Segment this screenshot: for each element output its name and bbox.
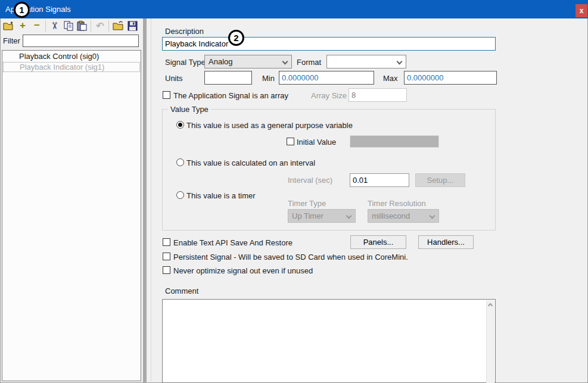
persistent-checkbox-label: Persistent Signal - Will be saved to SD … [173, 253, 408, 261]
save-button[interactable] [126, 20, 138, 32]
interval-input[interactable] [350, 173, 409, 187]
never-optimize-checkbox-label: Never optimize signal out even if unused [173, 266, 313, 275]
copy-icon [64, 21, 74, 31]
scroll-up-icon [488, 303, 493, 308]
radio-timer-label: This value is a timer [186, 191, 256, 200]
new-signal-icon [3, 21, 14, 31]
text-api-checkbox-label: Enable Text API Save And Restore [173, 238, 293, 247]
array-checkbox[interactable] [163, 91, 170, 99]
never-optimize-checkbox[interactable] [163, 266, 170, 274]
close-button[interactable]: x [575, 4, 587, 17]
add-signal-button[interactable]: + [17, 20, 29, 32]
units-input[interactable] [204, 71, 252, 85]
paste-icon [77, 21, 88, 31]
panels-button[interactable]: Panels... [350, 235, 406, 249]
timer-type-dropdown[interactable]: Up Timer [288, 209, 356, 223]
filter-label: Filter [3, 36, 20, 45]
initial-value-label: Initial Value [297, 138, 336, 147]
description-input[interactable] [162, 37, 496, 51]
format-dropdown[interactable] [326, 55, 406, 68]
cut-button[interactable]: ✂ [49, 20, 61, 32]
list-item-playback-control[interactable]: Playback Control (sig0) [3, 51, 140, 61]
max-input[interactable] [404, 71, 497, 85]
timer-resolution-dropdown[interactable]: millisecond [368, 209, 439, 223]
undo-button[interactable]: ↶ [94, 20, 106, 32]
value-type-group-label: Value Type [168, 105, 211, 114]
signal-type-label: Signal Type [165, 58, 206, 67]
signal-type-dropdown[interactable]: Analog [204, 55, 292, 68]
text-api-checkbox[interactable] [163, 238, 170, 246]
annotation-marker-1: 1 [14, 2, 30, 18]
toolbar-separator [45, 20, 46, 32]
copy-button[interactable] [63, 20, 74, 32]
filter-input[interactable] [23, 35, 139, 47]
comment-scrollbar[interactable] [486, 300, 494, 383]
setup-button[interactable]: Setup... [415, 173, 465, 187]
min-input[interactable] [279, 71, 374, 85]
list-item-playback-indicator[interactable]: Playback Indicator (sig1) [3, 62, 140, 72]
interval-label: Interval (sec) [288, 176, 332, 185]
paste-button[interactable] [76, 20, 88, 32]
remove-signal-button[interactable]: − [31, 20, 43, 32]
signal-type-value: Analog [209, 57, 232, 66]
chevron-down-icon [430, 213, 435, 219]
radio-general-purpose-label: This value is used as a general purpose … [186, 121, 353, 130]
annotation-marker-2: 2 [228, 30, 244, 46]
pane-splitter[interactable] [143, 18, 147, 383]
max-label: Max [383, 74, 398, 83]
persistent-checkbox[interactable] [163, 253, 170, 260]
signal-list[interactable]: Playback Control (sig0) Playback Indicat… [2, 50, 141, 381]
open-icon [113, 21, 124, 31]
initial-value-checkbox[interactable] [287, 138, 294, 145]
timer-resolution-value: millisecond [372, 211, 410, 220]
radio-timer[interactable] [176, 191, 184, 199]
units-label: Units [165, 74, 183, 83]
min-label: Min [262, 74, 275, 83]
comment-label: Comment [165, 287, 198, 295]
toolbar: + − ✂ [0, 18, 588, 34]
array-size-input[interactable] [349, 88, 407, 102]
toolbar-separator [108, 20, 109, 32]
radio-general-purpose[interactable] [176, 121, 184, 129]
remove-icon: − [34, 20, 40, 31]
chevron-down-icon [397, 59, 403, 65]
timer-type-label: Timer Type [288, 199, 326, 208]
pane-splitter-line [151, 18, 151, 383]
handlers-button[interactable]: Handlers... [418, 235, 474, 249]
add-icon: + [20, 20, 26, 31]
save-icon [127, 21, 138, 31]
initial-value-field [350, 135, 439, 148]
title-bar: Application Signals x [0, 0, 588, 18]
description-label: Description [165, 27, 204, 36]
timer-type-value: Up Timer [292, 211, 323, 220]
undo-icon: ↶ [96, 20, 104, 32]
comment-textarea[interactable] [162, 299, 496, 383]
array-size-label: Array Size [311, 91, 347, 100]
radio-calculated-interval-label: This value is calculated on an interval [186, 158, 315, 167]
cut-icon: ✂ [49, 21, 61, 29]
open-button[interactable] [112, 20, 124, 32]
chevron-down-icon [282, 59, 288, 65]
new-signal-button[interactable] [2, 20, 14, 32]
radio-calculated-interval[interactable] [176, 158, 184, 166]
toolbar-separator [91, 20, 91, 32]
application-signals-window: Application Signals x 1 2 + − ✂ [0, 0, 588, 383]
timer-resolution-label: Timer Resolution [368, 199, 426, 208]
array-checkbox-label: The Application Signal is an array [173, 91, 288, 100]
format-label: Format [297, 58, 321, 67]
chevron-down-icon [346, 213, 352, 219]
